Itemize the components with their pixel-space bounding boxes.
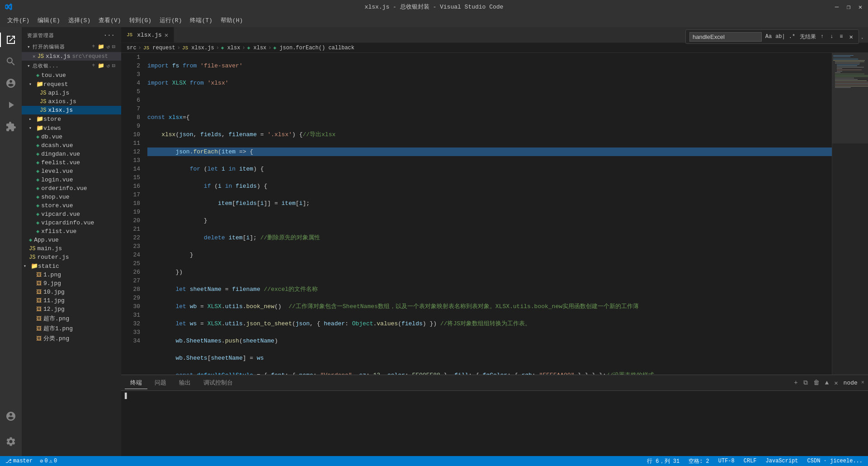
panel-maximize-button[interactable]: ▲ [823,377,830,388]
tree-db-vue[interactable]: ◈ db.vue [22,133,121,141]
tree-vipcard-vue[interactable]: ◈ vipcard.vue [22,210,121,219]
tree-11-jpg[interactable]: 🖼 11.jpg [22,296,121,305]
open-editor-xlsx[interactable]: ✕ JS xlsx.js src\request [22,52,121,61]
new-file-icon2[interactable]: + [92,62,95,69]
regex-button[interactable]: .* [787,32,797,42]
new-folder-icon[interactable]: 📁 [98,43,105,50]
minimize-button[interactable]: — [834,4,840,10]
tree-dingdan-vue[interactable]: ◈ dingdan.vue [22,150,121,158]
tree-feelist-vue[interactable]: ◈ feelist.vue [22,158,121,167]
menu-run[interactable]: 运行(R) [156,15,185,25]
tree-level-vue[interactable]: ◈ level.vue [22,167,121,176]
open-editors-header[interactable]: ▾ 打开的编辑器 + 📁 ↺ ⊟ [22,42,121,52]
new-file-icon[interactable]: + [92,43,95,50]
tree-xlsx-js[interactable]: JS xlsx.js [22,106,121,114]
tree-views-folder[interactable]: ▾ 📁 views [22,124,121,133]
menu-select[interactable]: 选择(S) [65,15,94,25]
panel-close-button[interactable]: ✕ [832,377,840,389]
menu-help[interactable]: 帮助(H) [217,15,246,25]
find-close-button[interactable]: ✕ [848,32,855,42]
tab-xlsx-js[interactable]: JS xlsx.js ✕ [121,27,174,43]
tree-static-folder[interactable]: ▾ 📁 static [22,262,121,271]
breadcrumb-xlsx-js[interactable]: JS xlsx.js [182,45,214,51]
breadcrumb-callback[interactable]: ◈ json.forEach() callback [274,45,354,51]
tree-dcash-vue[interactable]: ◈ dcash.vue [22,141,121,150]
breadcrumb-xlsx-fn[interactable]: ◈ xlsx [221,45,241,51]
menu-goto[interactable]: 转到(G) [126,15,155,25]
tree-router-js[interactable]: JS router.js [22,253,121,262]
line-endings-item[interactable]: CRLF [742,458,759,464]
find-toggle-replace[interactable]: ≡ [838,33,844,41]
panel-content[interactable]: ▋ [121,391,868,456]
whole-word-button[interactable]: ab| [775,32,785,42]
tree-tou-vue[interactable]: ◈ tou.vue [22,71,121,80]
activity-explorer[interactable] [0,29,22,51]
tree-orderinfo-vue[interactable]: ◈ orderinfo.vue [22,184,121,193]
tree-10-jpg[interactable]: 🖼 10.jpg [22,288,121,296]
git-branch-item[interactable]: ⎇ master [4,458,34,465]
collapse-icon2[interactable]: ⊟ [112,62,116,69]
panel-tab-problems[interactable]: 问题 [149,377,172,389]
tree-supermarket-png[interactable]: 🖼 超市.png [22,314,121,323]
tree-api-js[interactable]: JS api.js [22,89,121,97]
activity-settings[interactable] [0,431,22,452]
breadcrumb-src[interactable]: src [127,45,137,51]
terminal-kill-button[interactable]: 🗑 [811,377,821,388]
tree-request-folder[interactable]: ▾ 📁 request [22,80,121,89]
activity-run-debug[interactable] [0,94,22,116]
breadcrumb-xlsx-fn2[interactable]: ◈ xlsx [247,45,267,51]
code-editor[interactable]: 12345 678910 1112131415 1617181920 21222… [121,53,832,375]
panel-tab-terminal[interactable]: 终端 [125,377,147,389]
panel-tab-output[interactable]: 输出 [174,377,196,389]
menu-edit[interactable]: 编辑(E) [34,15,63,25]
terminal-split-button[interactable]: ⧉ [802,377,810,388]
tree-supermarket1-png[interactable]: 🖼 超市1.png [22,323,121,333]
encoding-item[interactable]: UTF-8 [717,458,736,464]
tree-1-png[interactable]: 🖼 1.png [22,271,121,279]
find-next-button[interactable]: ↓ [828,33,835,41]
breadcrumb-request[interactable]: JS request [143,45,175,51]
menu-view[interactable]: 查看(V) [95,15,124,25]
activity-source-control[interactable] [0,72,22,94]
workspace-header[interactable]: ▾ 总收银... + 📁 ↺ ⊟ [22,61,121,71]
find-prev-button[interactable]: ↑ [819,33,826,41]
tree-xflist-vue[interactable]: ◈ xflist.vue [22,227,121,236]
panel-tab-debug[interactable]: 调试控制台 [198,377,238,389]
activity-account[interactable] [0,405,22,427]
tree-9-jpg[interactable]: 🖼 9.jpg [22,279,121,288]
terminal-new-button[interactable]: + [792,377,799,388]
tab-close-button[interactable]: ✕ [165,31,168,39]
language-item[interactable]: JavaScript [764,458,800,464]
tree-vipcardinfo-vue[interactable]: ◈ vipcardinfo.vue [22,219,121,227]
tree-category-png[interactable]: 🖼 分类.png [22,333,121,343]
tree-login-vue[interactable]: ◈ login.vue [22,176,121,184]
new-folder-icon2[interactable]: 📁 [98,62,105,69]
menu-file[interactable]: 文件(F) [4,15,33,25]
spaces-item[interactable]: 空格: 2 [687,457,711,465]
menu-terminal[interactable]: 终端(T) [186,15,216,25]
cursor-position-item[interactable]: 行 6，列 31 [645,457,681,465]
fn-breadcrumb-icon3: ◈ [274,45,277,51]
tree-app-vue[interactable]: ◈ App.vue [22,236,121,244]
tree-shop-vue[interactable]: ◈ shop.vue [22,193,121,201]
errors-item[interactable]: ⊘ 0 ⚠ 0 [38,458,59,465]
tree-axios-js[interactable]: JS axios.js [22,97,121,106]
sidebar-header: 资源管理器 ··· [22,27,121,42]
collapse-icon[interactable]: ⊟ [112,43,116,50]
refresh-icon2[interactable]: ↺ [107,62,110,69]
activity-search[interactable] [0,51,22,72]
maximize-button[interactable]: ❐ [845,4,852,10]
tree-store-vue[interactable]: ◈ store.vue [22,201,121,210]
sidebar-more-button[interactable]: ··· [103,31,116,40]
refresh-icon[interactable]: ↺ [107,43,110,50]
close-button[interactable]: ✕ [857,4,863,10]
ext-item[interactable]: CSDN · jiceele... [806,458,864,464]
tree-12-jpg[interactable]: 🖼 12.jpg [22,305,121,314]
close-file-icon[interactable]: ✕ [33,53,36,59]
tree-main-js[interactable]: JS main.js [22,244,121,253]
match-case-button[interactable]: Aa [764,32,774,42]
activity-extensions[interactable] [0,116,22,138]
terminal-node-label: node [844,380,858,386]
find-input[interactable] [689,32,762,42]
tree-store-folder[interactable]: ▸ 📁 store [22,114,121,124]
